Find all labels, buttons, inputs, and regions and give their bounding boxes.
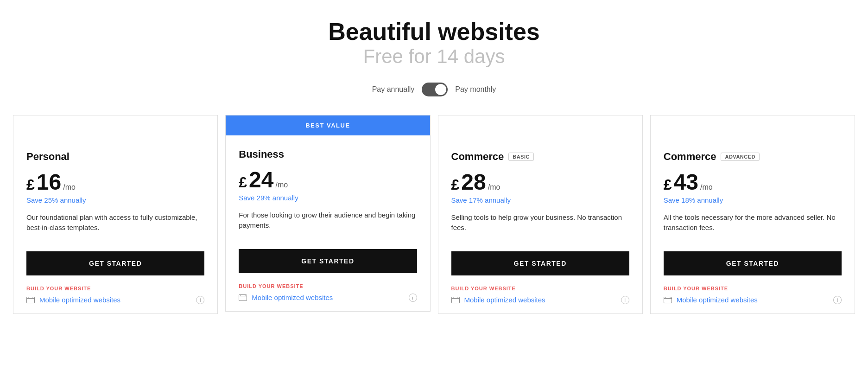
plan-period-personal: /mo bbox=[63, 183, 76, 192]
feature-row-personal: Mobile optimized websites i bbox=[26, 296, 204, 304]
feature-section-label-commerce-basic: BUILD YOUR WEBSITE bbox=[451, 286, 629, 291]
plan-currency-business: £ bbox=[239, 174, 247, 191]
plan-description-commerce-basic: Selling tools to help grow your business… bbox=[451, 212, 629, 240]
plan-name-row-commerce-advanced: Commerce ADVANCED bbox=[664, 151, 842, 163]
plan-description-personal: Our foundational plan with access to ful… bbox=[26, 212, 204, 240]
plan-badge-commerce-basic: BASIC bbox=[508, 153, 534, 161]
svg-rect-12 bbox=[664, 297, 672, 303]
page-wrapper: Beautiful websites Free for 14 days Pay … bbox=[0, 0, 868, 314]
get-started-button-commerce-advanced[interactable]: GET STARTED bbox=[664, 251, 842, 275]
svg-rect-0 bbox=[27, 297, 35, 303]
get-started-button-commerce-basic[interactable]: GET STARTED bbox=[451, 251, 629, 275]
calendar-icon-personal bbox=[26, 297, 35, 303]
plan-name-row-business: Business bbox=[239, 148, 417, 160]
feature-left-commerce-basic: Mobile optimized websites bbox=[451, 296, 545, 304]
plan-card-commerce-basic: Commerce BASIC £ 28 /mo Save 17% annuall… bbox=[438, 115, 643, 314]
feature-text-commerce-advanced: Mobile optimized websites bbox=[677, 296, 758, 304]
feature-section-label-personal: BUILD YOUR WEBSITE bbox=[26, 286, 204, 291]
svg-rect-4 bbox=[239, 294, 247, 300]
plan-card-commerce-advanced: Commerce ADVANCED £ 43 /mo Save 18% annu… bbox=[650, 115, 855, 314]
feature-row-business: Mobile optimized websites i bbox=[239, 294, 417, 302]
plan-currency-personal: £ bbox=[26, 176, 35, 193]
plan-price-row-business: £ 24 /mo bbox=[239, 169, 417, 191]
feature-text-commerce-basic: Mobile optimized websites bbox=[464, 296, 545, 304]
info-icon-personal[interactable]: i bbox=[196, 296, 204, 304]
feature-text-business: Mobile optimized websites bbox=[252, 294, 333, 301]
page-header: Beautiful websites Free for 14 days bbox=[9, 19, 859, 69]
plan-price-row-commerce-basic: £ 28 /mo bbox=[451, 171, 629, 193]
info-icon-business[interactable]: i bbox=[409, 294, 417, 302]
plan-savings-commerce-advanced: Save 18% annually bbox=[664, 196, 842, 204]
annually-label: Pay annually bbox=[372, 85, 415, 94]
plan-name-commerce-basic: Commerce bbox=[451, 151, 504, 163]
plan-savings-business: Save 29% annually bbox=[239, 194, 417, 202]
plan-amount-personal: 16 bbox=[37, 171, 61, 193]
feature-left-commerce-advanced: Mobile optimized websites bbox=[664, 296, 758, 304]
toggle-thumb bbox=[435, 84, 446, 95]
plan-amount-business: 24 bbox=[249, 169, 273, 191]
plan-name-personal: Personal bbox=[26, 151, 70, 163]
svg-rect-8 bbox=[451, 297, 459, 303]
get-started-button-personal[interactable]: GET STARTED bbox=[26, 251, 204, 275]
plan-name-row-personal: Personal bbox=[26, 151, 204, 163]
plan-body-commerce-basic: Commerce BASIC £ 28 /mo Save 17% annuall… bbox=[438, 138, 642, 313]
plan-description-business: For those looking to grow their audience… bbox=[239, 210, 417, 238]
feature-row-commerce-basic: Mobile optimized websites i bbox=[451, 296, 629, 304]
calendar-icon-business bbox=[239, 294, 247, 301]
info-icon-commerce-basic[interactable]: i bbox=[621, 296, 629, 304]
plan-period-commerce-basic: /mo bbox=[488, 183, 501, 192]
feature-section-label-commerce-advanced: BUILD YOUR WEBSITE bbox=[664, 286, 842, 291]
page-subtitle: Free for 14 days bbox=[9, 45, 859, 68]
billing-toggle-row: Pay annually Pay monthly bbox=[9, 83, 859, 96]
plan-name-business: Business bbox=[239, 148, 284, 160]
billing-toggle[interactable] bbox=[422, 83, 448, 96]
plan-body-commerce-advanced: Commerce ADVANCED £ 43 /mo Save 18% annu… bbox=[651, 138, 855, 313]
plans-container: Personal £ 16 /mo Save 25% annually Our … bbox=[9, 115, 859, 314]
plan-body-personal: Personal £ 16 /mo Save 25% annually Our … bbox=[13, 138, 217, 313]
calendar-icon-commerce-advanced bbox=[664, 297, 672, 303]
no-banner-commerce-basic bbox=[438, 115, 642, 138]
get-started-button-business[interactable]: GET STARTED bbox=[239, 249, 417, 273]
plan-savings-personal: Save 25% annually bbox=[26, 196, 204, 204]
feature-left-business: Mobile optimized websites bbox=[239, 294, 333, 301]
plan-savings-commerce-basic: Save 17% annually bbox=[451, 196, 629, 204]
plan-card-business: BEST VALUE Business £ 24 /mo Save 29% an… bbox=[225, 115, 430, 312]
no-banner-personal bbox=[13, 115, 217, 138]
monthly-label: Pay monthly bbox=[455, 85, 496, 94]
plan-currency-commerce-basic: £ bbox=[451, 176, 460, 193]
plan-name-row-commerce-basic: Commerce BASIC bbox=[451, 151, 629, 163]
feature-row-commerce-advanced: Mobile optimized websites i bbox=[664, 296, 842, 304]
no-banner-commerce-advanced bbox=[651, 115, 855, 138]
feature-text-personal: Mobile optimized websites bbox=[39, 296, 120, 304]
plan-name-commerce-advanced: Commerce bbox=[664, 151, 716, 163]
plan-amount-commerce-advanced: 43 bbox=[674, 171, 698, 193]
plan-amount-commerce-basic: 28 bbox=[461, 171, 486, 193]
plan-period-business: /mo bbox=[275, 181, 288, 189]
best-value-banner: BEST VALUE bbox=[226, 115, 430, 135]
plan-badge-commerce-advanced: ADVANCED bbox=[721, 153, 760, 161]
feature-section-label-business: BUILD YOUR WEBSITE bbox=[239, 283, 417, 289]
plan-card-personal: Personal £ 16 /mo Save 25% annually Our … bbox=[13, 115, 218, 314]
calendar-icon-commerce-basic bbox=[451, 297, 460, 303]
info-icon-commerce-advanced[interactable]: i bbox=[833, 296, 842, 304]
feature-left-personal: Mobile optimized websites bbox=[26, 296, 120, 304]
plan-body-business: Business £ 24 /mo Save 29% annually For … bbox=[226, 135, 430, 311]
page-title: Beautiful websites bbox=[9, 19, 859, 45]
plan-price-row-commerce-advanced: £ 43 /mo bbox=[664, 171, 842, 193]
plan-price-row-personal: £ 16 /mo bbox=[26, 171, 204, 193]
plan-currency-commerce-advanced: £ bbox=[664, 176, 672, 193]
plan-description-commerce-advanced: All the tools necessary for the more adv… bbox=[664, 212, 842, 240]
plan-period-commerce-advanced: /mo bbox=[700, 183, 713, 192]
